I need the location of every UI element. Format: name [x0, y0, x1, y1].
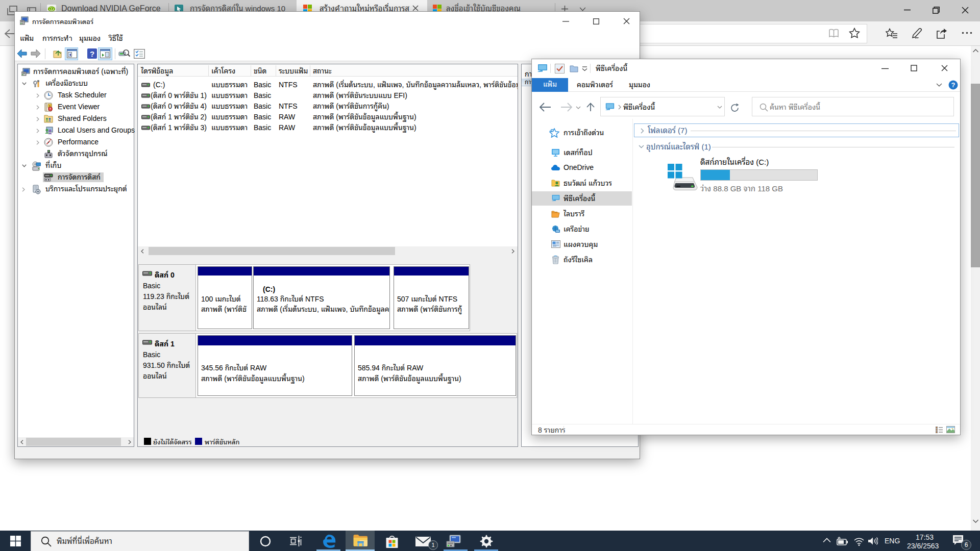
svg-text:?: ? — [951, 81, 955, 89]
svg-text:?: ? — [90, 49, 94, 58]
